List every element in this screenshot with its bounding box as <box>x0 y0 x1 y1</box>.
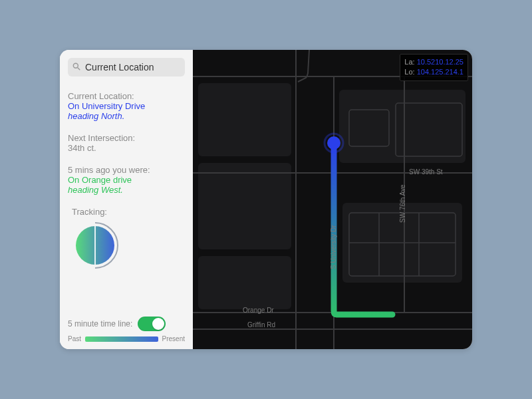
lat-label: La: <box>404 58 414 66</box>
next-intersection-block: Next Intersection: 34th ct. <box>68 133 185 153</box>
search-input[interactable] <box>85 62 201 72</box>
coordinates-box: La: 10.5210.12.25 Lo: 104.125.214.1 <box>400 54 468 81</box>
past-location-block: 5 mins ago you were: On Orange drive hea… <box>68 165 185 195</box>
current-location-label: Current Location: <box>68 91 185 101</box>
svg-rect-4 <box>198 256 291 309</box>
svg-rect-5 <box>339 90 466 163</box>
search-field[interactable]: ✕ <box>68 58 185 76</box>
tracking-label: Tracking: <box>72 207 185 217</box>
timeline-legend: Past Present <box>68 335 185 342</box>
timeline-toggle[interactable] <box>138 317 166 331</box>
info-panel: Current Location: On Universitry Drive h… <box>68 91 185 269</box>
map-svg <box>193 50 472 349</box>
app-card: ✕ Current Location: On Universitry Drive… <box>60 50 472 349</box>
search-icon <box>72 62 81 72</box>
svg-point-0 <box>73 63 78 68</box>
current-location-heading: heading North. <box>68 111 185 121</box>
next-intersection-value: 34th ct. <box>68 143 185 153</box>
svg-rect-2 <box>198 83 291 156</box>
tracking-compass <box>72 222 118 269</box>
lat-value: 10.5210.12.25 <box>417 58 464 66</box>
current-location-block: Current Location: On Universitry Drive h… <box>68 91 185 121</box>
sidebar: ✕ Current Location: On Universitry Drive… <box>60 50 193 349</box>
past-location-label: 5 mins ago you were: <box>68 165 185 175</box>
past-location-heading: heading West. <box>68 185 185 195</box>
svg-rect-3 <box>198 163 291 249</box>
next-intersection-label: Next Intersection: <box>68 133 185 143</box>
current-location-street: On Universitry Drive <box>68 101 185 111</box>
svg-line-1 <box>78 68 80 70</box>
timeline-row: 5 minute time line: <box>68 317 185 332</box>
legend-gradient <box>85 336 158 342</box>
legend-present: Present <box>162 335 185 342</box>
timeline-label: 5 minute time line: <box>68 319 132 329</box>
legend-past: Past <box>68 335 81 342</box>
svg-point-20 <box>327 136 340 150</box>
lon-value: 104.125.214.1 <box>417 68 464 76</box>
map-view[interactable]: La: 10.5210.12.25 Lo: 104.125.214.1 SW 3… <box>193 50 472 349</box>
past-location-street: On Orange drive <box>68 175 185 185</box>
lon-label: Lo: <box>404 68 414 76</box>
